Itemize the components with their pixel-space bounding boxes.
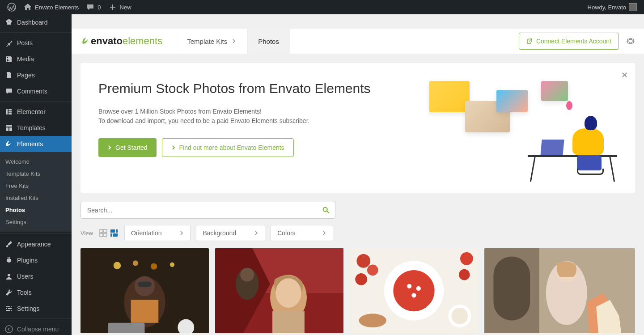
- elements-submenu: Welcome Template Kits Free Kits Installe…: [0, 152, 72, 232]
- svg-point-33: [240, 268, 254, 282]
- find-out-more-button[interactable]: Find out more about Envato Elements: [162, 138, 294, 157]
- svg-point-5: [8, 274, 10, 276]
- chevron-right-icon: [171, 145, 176, 150]
- menu-elementor[interactable]: Elementor: [0, 104, 72, 120]
- svg-rect-53: [555, 282, 578, 318]
- plus-icon: [108, 3, 117, 12]
- toolbar: View Orientation Background: [80, 202, 635, 241]
- elementor-icon: [4, 107, 13, 116]
- grid-icon: [99, 229, 107, 237]
- site-name-link[interactable]: Envato Elements: [20, 0, 82, 14]
- chevron-right-icon: [232, 39, 236, 43]
- menu-pages[interactable]: Pages: [0, 67, 72, 83]
- external-link-icon: [526, 38, 533, 44]
- svg-point-41: [367, 265, 378, 276]
- svg-rect-1: [6, 109, 8, 114]
- comment-icon: [86, 3, 95, 12]
- plugin-header: envatoelements Template Kits Photos Conn…: [72, 29, 644, 54]
- svg-rect-10: [100, 233, 103, 237]
- svg-rect-12: [110, 229, 115, 233]
- svg-point-45: [359, 314, 387, 327]
- photo-thumbnail[interactable]: [215, 248, 343, 333]
- new-label: New: [120, 4, 131, 11]
- menu-users[interactable]: Users: [0, 268, 72, 284]
- main-content: envatoelements Template Kits Photos Conn…: [72, 29, 644, 335]
- get-started-button[interactable]: Get Started: [98, 138, 157, 157]
- menu-dashboard[interactable]: Dashboard: [0, 14, 72, 30]
- hero-line1: Browse over 1 Million Stock Photos from …: [98, 107, 371, 116]
- tab-template-kits[interactable]: Template Kits: [176, 29, 247, 54]
- menu-media[interactable]: Media: [0, 51, 72, 67]
- account-link[interactable]: Howdy, Envato: [584, 0, 640, 14]
- comments-count: 0: [97, 4, 101, 11]
- menu-appearance[interactable]: Appearance: [0, 236, 72, 252]
- submenu-settings[interactable]: Settings: [0, 216, 72, 228]
- gear-icon[interactable]: [626, 37, 635, 46]
- svg-point-17: [114, 262, 121, 269]
- filter-background[interactable]: Background: [196, 225, 265, 241]
- collapse-menu[interactable]: Collapse menu: [0, 321, 72, 335]
- pin-icon: [4, 38, 13, 47]
- filter-colors[interactable]: Colors: [271, 225, 333, 241]
- settings-icon: [4, 304, 13, 313]
- avatar: [629, 3, 637, 11]
- pages-icon: [4, 71, 13, 80]
- svg-point-7: [323, 208, 327, 212]
- submenu-template-kits[interactable]: Template Kits: [0, 168, 72, 180]
- submenu-free-kits[interactable]: Free Kits: [0, 180, 72, 192]
- svg-rect-9: [104, 229, 107, 233]
- tab-photos[interactable]: Photos: [247, 29, 290, 54]
- comments-link[interactable]: 0: [82, 0, 104, 14]
- svg-rect-11: [104, 233, 107, 237]
- svg-rect-3: [8, 111, 12, 113]
- leaf-icon: [4, 140, 13, 148]
- submenu-installed-kits[interactable]: Installed Kits: [0, 192, 72, 204]
- admin-sidebar: Dashboard Posts Media Pages Comments Ele…: [0, 14, 72, 335]
- menu-settings[interactable]: Settings: [0, 301, 72, 317]
- svg-point-36: [393, 270, 434, 311]
- menu-posts[interactable]: Posts: [0, 35, 72, 51]
- menu-elements[interactable]: Elements: [0, 136, 72, 152]
- menu-templates[interactable]: Templates: [0, 120, 72, 136]
- photo-gallery: [80, 248, 635, 335]
- logo-leaf-icon: [80, 37, 89, 46]
- chevron-right-icon: [322, 231, 326, 235]
- svg-point-42: [355, 273, 367, 285]
- close-hero-button[interactable]: ✕: [621, 70, 628, 80]
- search-button[interactable]: [317, 202, 335, 218]
- svg-point-37: [407, 284, 411, 288]
- tools-icon: [4, 288, 13, 297]
- svg-rect-24: [131, 300, 159, 323]
- wp-logo[interactable]: [4, 0, 20, 14]
- view-grid-button[interactable]: [98, 228, 108, 238]
- svg-rect-25: [108, 323, 145, 333]
- connect-account-button[interactable]: Connect Elements Account: [519, 33, 619, 50]
- search-icon: [322, 206, 330, 214]
- filter-orientation[interactable]: Orientation: [124, 225, 191, 241]
- menu-plugins[interactable]: Plugins: [0, 252, 72, 268]
- svg-point-43: [460, 252, 473, 265]
- view-masonry-button[interactable]: [109, 228, 119, 238]
- svg-rect-14: [110, 233, 112, 237]
- plug-icon: [4, 256, 13, 265]
- chevron-right-icon: [254, 231, 258, 235]
- submenu-photos[interactable]: Photos: [0, 204, 72, 216]
- photo-thumbnail[interactable]: [484, 248, 635, 333]
- users-icon: [4, 272, 13, 281]
- site-name: Envato Elements: [35, 4, 79, 11]
- chevron-right-icon: [179, 231, 184, 235]
- svg-rect-2: [8, 109, 12, 110]
- photo-thumbnail[interactable]: [350, 248, 478, 333]
- svg-rect-50: [493, 256, 530, 320]
- search-input[interactable]: [81, 202, 317, 218]
- submenu-welcome[interactable]: Welcome: [0, 156, 72, 168]
- menu-comments[interactable]: Comments: [0, 83, 72, 99]
- chevron-right-icon: [107, 145, 112, 150]
- svg-point-38: [416, 286, 421, 291]
- photo-thumbnail[interactable]: [80, 248, 209, 333]
- new-content-link[interactable]: New: [105, 0, 135, 14]
- menu-tools[interactable]: Tools: [0, 284, 72, 301]
- view-label: View: [80, 230, 93, 237]
- hero-illustration: [429, 81, 617, 175]
- howdy-text: Howdy, Envato: [588, 4, 626, 11]
